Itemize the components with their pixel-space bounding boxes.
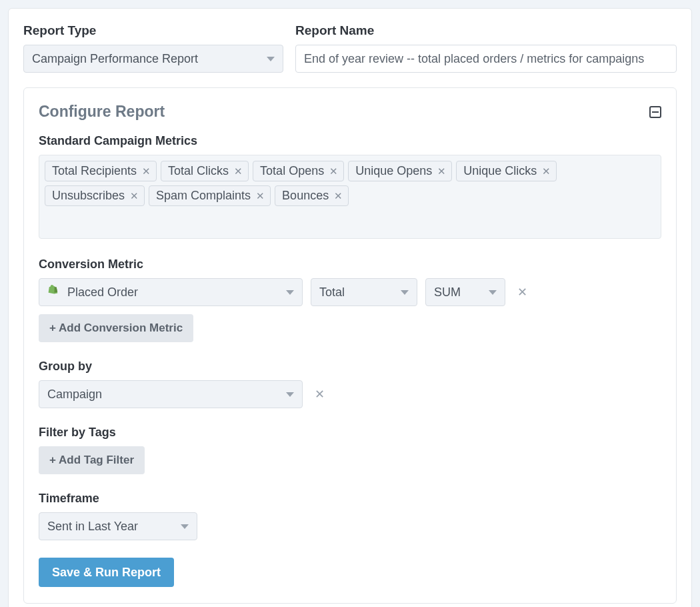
close-icon[interactable]: ✕ bbox=[130, 190, 139, 202]
group-by-value: Campaign bbox=[47, 388, 279, 402]
metric-chip[interactable]: Bounces✕ bbox=[275, 185, 349, 206]
chevron-down-icon bbox=[489, 290, 497, 295]
conversion-aggregate-select[interactable]: SUM bbox=[425, 278, 505, 306]
close-icon[interactable]: ✕ bbox=[142, 165, 151, 177]
timeframe-select[interactable]: Sent in Last Year bbox=[39, 512, 197, 540]
metric-chip-label: Unique Clicks bbox=[463, 164, 537, 178]
close-icon[interactable]: ✕ bbox=[256, 190, 265, 202]
conversion-aggregate-value: SUM bbox=[434, 285, 482, 299]
metric-chip[interactable]: Spam Complaints✕ bbox=[149, 185, 271, 206]
report-type-field: Report Type Campaign Performance Report bbox=[23, 23, 283, 73]
timeframe-value: Sent in Last Year bbox=[47, 520, 174, 534]
chevron-down-icon bbox=[267, 57, 275, 61]
filter-by-tags-section: Filter by Tags + Add Tag Filter bbox=[39, 426, 661, 474]
metric-chip-label: Unsubscribes bbox=[52, 189, 125, 203]
conversion-metric-row: Placed Order Total SUM ✕ bbox=[39, 278, 661, 306]
filter-by-tags-label: Filter by Tags bbox=[39, 426, 661, 440]
close-icon[interactable]: ✕ bbox=[437, 165, 446, 177]
conversion-metric-value: Placed Order bbox=[67, 285, 279, 299]
report-type-value: Campaign Performance Report bbox=[32, 52, 260, 66]
remove-conversion-metric-button[interactable]: ✕ bbox=[513, 285, 531, 299]
report-type-select[interactable]: Campaign Performance Report bbox=[23, 45, 283, 73]
standard-metrics-label: Standard Campaign Metrics bbox=[39, 134, 661, 148]
metric-chip[interactable]: Total Clicks✕ bbox=[161, 161, 249, 181]
close-icon[interactable]: ✕ bbox=[329, 165, 338, 177]
configure-report-panel: Configure Report Standard Campaign Metri… bbox=[23, 87, 677, 604]
add-tag-filter-button[interactable]: + Add Tag Filter bbox=[39, 446, 145, 474]
chevron-down-icon bbox=[286, 290, 294, 295]
chevron-down-icon bbox=[181, 524, 189, 529]
standard-metrics-well[interactable]: Total Recipients✕Total Clicks✕Total Open… bbox=[39, 155, 661, 239]
metric-chip-label: Spam Complaints bbox=[156, 189, 251, 203]
timeframe-label: Timeframe bbox=[39, 492, 661, 506]
chevron-down-icon bbox=[286, 392, 294, 397]
top-row: Report Type Campaign Performance Report … bbox=[23, 23, 677, 73]
metric-chip[interactable]: Unsubscribes✕ bbox=[45, 185, 145, 206]
metric-chip-label: Unique Opens bbox=[355, 164, 432, 178]
timeframe-section: Timeframe Sent in Last Year bbox=[39, 492, 661, 540]
metric-chip-label: Total Recipients bbox=[52, 164, 137, 178]
conversion-metric-select[interactable]: Placed Order bbox=[39, 278, 303, 306]
metric-chip[interactable]: Unique Opens✕ bbox=[348, 161, 452, 181]
report-name-input[interactable] bbox=[304, 52, 668, 66]
remove-group-by-button[interactable]: ✕ bbox=[311, 387, 329, 402]
collapse-button[interactable] bbox=[649, 106, 661, 118]
report-type-label: Report Type bbox=[23, 23, 283, 38]
conversion-metric-label: Conversion Metric bbox=[39, 257, 661, 271]
configure-header: Configure Report bbox=[39, 103, 661, 121]
close-icon[interactable]: ✕ bbox=[234, 165, 243, 177]
conversion-summary-value: Total bbox=[319, 285, 394, 299]
shopify-icon bbox=[47, 285, 61, 299]
close-icon[interactable]: ✕ bbox=[542, 165, 551, 177]
add-conversion-metric-button[interactable]: + Add Conversion Metric bbox=[39, 314, 193, 342]
metric-chip[interactable]: Total Recipients✕ bbox=[45, 161, 157, 181]
metric-chip[interactable]: Unique Clicks✕ bbox=[456, 161, 557, 181]
metric-chip-label: Bounces bbox=[282, 189, 329, 203]
report-name-field: Report Name bbox=[295, 23, 677, 73]
report-name-label: Report Name bbox=[295, 23, 677, 38]
metric-chip-label: Total Clicks bbox=[168, 164, 229, 178]
metric-chip[interactable]: Total Opens✕ bbox=[253, 161, 344, 181]
report-builder-panel: Report Type Campaign Performance Report … bbox=[8, 8, 692, 607]
chevron-down-icon bbox=[401, 290, 409, 295]
conversion-metric-section: Conversion Metric Placed Order Total SUM bbox=[39, 257, 661, 342]
minus-icon bbox=[652, 111, 659, 113]
group-by-row: Campaign ✕ bbox=[39, 380, 661, 408]
standard-metrics-section: Standard Campaign Metrics Total Recipien… bbox=[39, 134, 661, 239]
close-icon[interactable]: ✕ bbox=[334, 190, 343, 202]
group-by-select[interactable]: Campaign bbox=[39, 380, 303, 408]
report-name-input-wrap bbox=[295, 45, 677, 73]
group-by-label: Group by bbox=[39, 360, 661, 374]
save-run-report-button[interactable]: Save & Run Report bbox=[39, 558, 174, 587]
group-by-section: Group by Campaign ✕ bbox=[39, 360, 661, 408]
metric-chip-label: Total Opens bbox=[260, 164, 324, 178]
conversion-summary-select[interactable]: Total bbox=[311, 278, 417, 306]
configure-title: Configure Report bbox=[39, 103, 165, 121]
